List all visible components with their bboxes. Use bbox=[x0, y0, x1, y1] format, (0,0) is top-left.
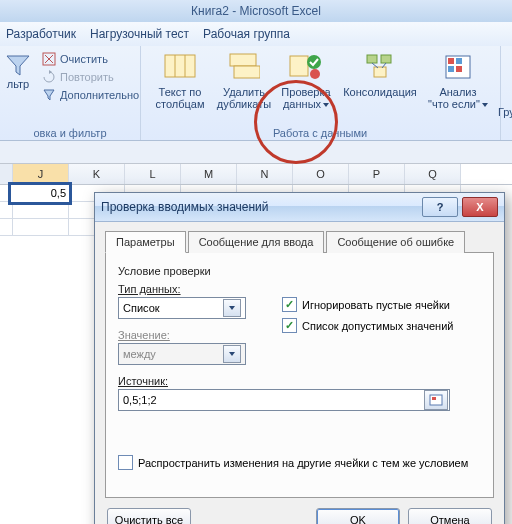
selected-cell[interactable]: 0,5 bbox=[11, 185, 69, 202]
ignore-blank-checkbox[interactable]: Игнорировать пустые ячейки bbox=[282, 297, 453, 312]
svg-marker-5 bbox=[44, 90, 54, 100]
tab-error-alert[interactable]: Сообщение об ошибке bbox=[326, 231, 465, 253]
advanced-icon bbox=[42, 88, 56, 102]
colhdr-M[interactable]: M bbox=[181, 164, 237, 184]
colhdr-J[interactable]: J bbox=[13, 164, 69, 184]
condition-heading: Условие проверки bbox=[118, 265, 481, 277]
filter-group-label: овка и фильтр bbox=[0, 127, 140, 139]
consolidate-label: Консолидация bbox=[340, 86, 420, 98]
colhdr-P[interactable]: P bbox=[349, 164, 405, 184]
svg-point-12 bbox=[307, 55, 321, 69]
data-validation-label: Проверка данных bbox=[276, 86, 336, 110]
remove-duplicates-label: Удалить дубликаты bbox=[214, 86, 274, 110]
svg-rect-16 bbox=[374, 67, 386, 77]
dialog-title: Проверка вводимых значений bbox=[101, 200, 418, 214]
filter-clear[interactable]: Очистить bbox=[42, 50, 139, 68]
text-to-columns-label: Текст по столбцам bbox=[150, 86, 210, 110]
clear-all-button[interactable]: Очистить все bbox=[107, 508, 191, 524]
svg-rect-21 bbox=[456, 66, 462, 72]
remove-duplicates-button[interactable]: Удалить дубликаты bbox=[214, 50, 274, 110]
in-cell-dropdown-label: Список допустимых значений bbox=[302, 320, 453, 332]
ribbon-group-data: Текст по столбцам Удалить дубликаты Пров… bbox=[140, 46, 501, 140]
whatif-icon bbox=[442, 52, 474, 82]
tab-developer[interactable]: Разработчик bbox=[6, 27, 76, 41]
type-combo-value: Список bbox=[123, 302, 160, 314]
checkbox-icon bbox=[282, 297, 297, 312]
filter-reapply-label: Повторить bbox=[60, 68, 114, 86]
ribbon-group-outline: Груп bbox=[500, 46, 512, 140]
columns-icon bbox=[164, 52, 196, 82]
close-button[interactable]: X bbox=[462, 197, 498, 217]
colhdr-L[interactable]: L bbox=[125, 164, 181, 184]
filter-sub: Очистить Повторить Дополнительно bbox=[42, 50, 139, 104]
window-title: Книга2 - Microsoft Excel bbox=[0, 0, 512, 22]
ignore-blank-label: Игнорировать пустые ячейки bbox=[302, 299, 450, 311]
source-input[interactable] bbox=[119, 394, 424, 406]
filter-reapply[interactable]: Повторить bbox=[42, 68, 139, 86]
dialog-body: Параметры Сообщение для ввода Сообщение … bbox=[95, 222, 504, 524]
chevron-down-icon bbox=[223, 345, 241, 363]
colhdr-K[interactable]: K bbox=[69, 164, 125, 184]
group-button[interactable]: Груп bbox=[498, 106, 512, 118]
dialog-titlebar[interactable]: Проверка вводимых значений ? X bbox=[95, 193, 504, 222]
tab-load-test[interactable]: Нагрузочный тест bbox=[90, 27, 189, 41]
tab-input-message[interactable]: Сообщение для ввода bbox=[188, 231, 325, 253]
type-combo[interactable]: Список bbox=[118, 297, 246, 319]
propagate-label: Распространить изменения на другие ячейк… bbox=[138, 457, 468, 469]
data-group-label: Работа с данными bbox=[140, 127, 500, 139]
checkbox-icon bbox=[282, 318, 297, 333]
svg-marker-0 bbox=[7, 56, 29, 75]
filter-advanced[interactable]: Дополнительно bbox=[42, 86, 139, 104]
svg-rect-14 bbox=[367, 55, 377, 63]
dialog-footer: Очистить все OK Отмена bbox=[105, 506, 494, 524]
cancel-button[interactable]: Отмена bbox=[408, 508, 492, 524]
propagate-checkbox[interactable]: Распространить изменения на другие ячейк… bbox=[118, 455, 481, 470]
what-if-label: Анализ "что если" bbox=[426, 86, 490, 110]
reapply-icon bbox=[42, 70, 56, 84]
ribbon: льтр Очистить Повторить Дополнительно ов… bbox=[0, 46, 512, 141]
app-root: Книга2 - Microsoft Excel Разработчик Наг… bbox=[0, 0, 512, 524]
value-combo: между bbox=[118, 343, 246, 365]
ribbon-tabs: Разработчик Нагрузочный тест Рабочая гру… bbox=[0, 22, 512, 46]
filter-advanced-label: Дополнительно bbox=[60, 86, 139, 104]
svg-rect-6 bbox=[165, 55, 195, 77]
colhdr-Q[interactable]: Q bbox=[405, 164, 461, 184]
svg-rect-23 bbox=[432, 397, 436, 400]
duplicates-icon bbox=[228, 52, 260, 82]
ok-button[interactable]: OK bbox=[316, 508, 400, 524]
data-validation-dialog: Проверка вводимых значений ? X Параметры… bbox=[94, 192, 505, 524]
value-label: Значение: bbox=[118, 329, 258, 341]
range-picker-icon bbox=[429, 394, 443, 406]
svg-rect-10 bbox=[234, 66, 260, 78]
source-input-wrap bbox=[118, 389, 450, 411]
range-picker-button[interactable] bbox=[424, 390, 448, 410]
formula-bar-area bbox=[0, 141, 512, 164]
text-to-columns-button[interactable]: Текст по столбцам bbox=[150, 50, 210, 110]
validation-icon bbox=[288, 52, 324, 82]
funnel-icon bbox=[5, 52, 31, 78]
checkbox-icon bbox=[118, 455, 133, 470]
data-validation-button[interactable]: Проверка данных bbox=[276, 50, 336, 110]
svg-rect-15 bbox=[381, 55, 391, 63]
svg-rect-20 bbox=[448, 66, 454, 72]
consolidate-button[interactable]: Консолидация bbox=[340, 50, 420, 98]
what-if-button[interactable]: Анализ "что если" bbox=[426, 50, 490, 110]
tab-panel-parameters: Условие проверки Тип данных: Список Знач… bbox=[105, 252, 494, 498]
clear-icon bbox=[42, 52, 56, 66]
tab-team[interactable]: Рабочая группа bbox=[203, 27, 290, 41]
in-cell-dropdown-checkbox[interactable]: Список допустимых значений bbox=[282, 318, 453, 333]
colhdr-N[interactable]: N bbox=[237, 164, 293, 184]
help-button[interactable]: ? bbox=[422, 197, 458, 217]
source-label: Источник: bbox=[118, 375, 481, 387]
svg-rect-11 bbox=[290, 56, 308, 76]
filter-clear-label: Очистить bbox=[60, 50, 108, 68]
type-label: Тип данных: bbox=[118, 283, 258, 295]
svg-point-13 bbox=[310, 69, 320, 79]
filter-label: льтр bbox=[4, 78, 32, 90]
filter-button[interactable]: льтр bbox=[4, 52, 32, 112]
colhdr-O[interactable]: O bbox=[293, 164, 349, 184]
tab-parameters[interactable]: Параметры bbox=[105, 231, 186, 253]
what-if-text: Анализ "что если" bbox=[428, 86, 480, 110]
value-combo-value: между bbox=[123, 348, 156, 360]
svg-rect-18 bbox=[448, 58, 454, 64]
